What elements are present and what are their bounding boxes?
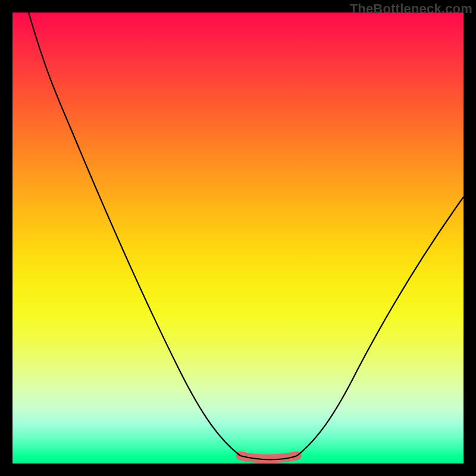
watermark-text: TheBottleneck.com (350, 1, 472, 17)
chart-svg (12, 12, 464, 464)
bottleneck-curve-left (29, 12, 240, 456)
bottleneck-curve-right (297, 197, 464, 456)
chart-frame: TheBottleneck.com (0, 0, 476, 476)
plot-area (12, 12, 464, 464)
